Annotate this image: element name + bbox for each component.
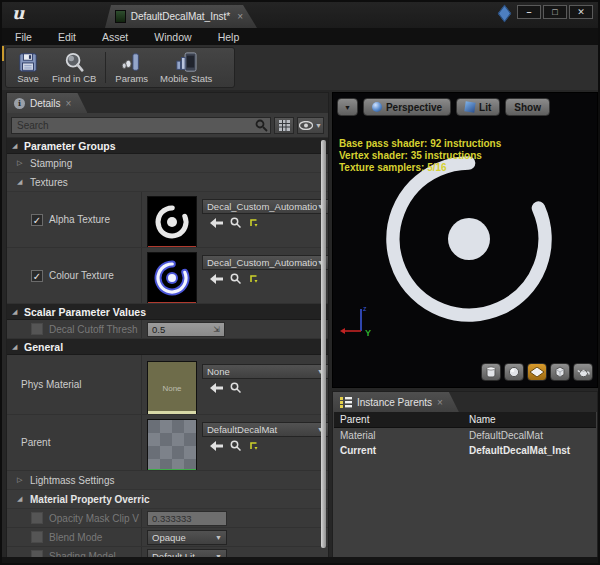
column-parent[interactable]: Parent xyxy=(334,414,469,425)
colour-texture-checkbox[interactable] xyxy=(31,270,43,282)
close-button[interactable]: ✕ xyxy=(569,5,593,19)
show-button[interactable]: Show xyxy=(505,98,550,116)
stat-texture-samplers: Texture samplers: 5/16 xyxy=(339,162,501,174)
instance-parents-tab-close-icon[interactable]: × xyxy=(437,397,443,408)
viewport-options-button[interactable]: ▼ xyxy=(337,98,358,116)
group-stamping[interactable]: ▷ Stamping xyxy=(7,154,328,173)
decal-cutoff-spinbox[interactable]: 0.5 ⇲ xyxy=(147,322,225,337)
find-in-cb-button[interactable]: Find in CB xyxy=(46,50,102,85)
collapsed-arrow-icon: ▷ xyxy=(17,476,25,484)
plane-shape-button[interactable] xyxy=(527,363,547,381)
opacity-mask-label-cell: Opacity Mask Clip V xyxy=(7,509,142,527)
custom-mesh-shape-button[interactable] xyxy=(573,363,593,381)
category-scalar-parameter-values[interactable]: ◢ Scalar Parameter Values xyxy=(7,304,328,320)
cube-icon xyxy=(554,366,566,378)
thumbnail-underline xyxy=(148,469,196,470)
group-material-property-overrides[interactable]: ◢ Material Property Overric xyxy=(7,490,328,509)
params-bars-icon xyxy=(120,52,144,73)
collapsed-arrow-icon: ▷ xyxy=(17,159,25,167)
alpha-texture-combo[interactable]: Decal_Custom_Automation_0001 ▼ xyxy=(202,199,328,214)
group-lightmass-settings[interactable]: ▷ Lightmass Settings xyxy=(7,471,328,490)
colour-texture-thumbnail[interactable] xyxy=(147,252,197,303)
menu-help[interactable]: Help xyxy=(205,31,253,43)
asset-tab-close-icon[interactable]: × xyxy=(237,11,243,22)
stat-vertex-shader: Vertex shader: 35 instructions xyxy=(339,150,501,162)
toolbar-well: Save Find in CB Params xyxy=(5,47,235,88)
colour-texture-value-cell: Decal_Custom_Automation_0000 ▼ xyxy=(142,248,328,303)
phys-material-value-cell: None None ▼ xyxy=(142,355,328,414)
asset-tab[interactable]: DefaultDecalMat_Inst* × xyxy=(105,5,257,28)
cylinder-shape-button[interactable] xyxy=(481,363,501,381)
cube-shape-button[interactable] xyxy=(550,363,570,381)
reset-to-default-icon[interactable] xyxy=(248,441,258,451)
window-controls: – □ ✕ xyxy=(517,5,593,19)
teapot-icon xyxy=(577,367,590,378)
perspective-button[interactable]: Perspective xyxy=(363,98,451,116)
row-opacity-mask: Opacity Mask Clip V 0.333333 xyxy=(7,509,328,528)
search-input[interactable] xyxy=(11,117,271,134)
column-name[interactable]: Name xyxy=(469,414,596,425)
category-general[interactable]: ◢ General xyxy=(7,339,328,355)
category-parameter-groups[interactable]: ◢ Parameter Groups xyxy=(7,138,328,154)
phys-material-thumbnail[interactable]: None xyxy=(147,361,197,414)
use-selected-arrow-icon[interactable] xyxy=(210,441,223,451)
blend-mode-checkbox[interactable] xyxy=(31,531,43,543)
search-icon xyxy=(255,119,268,132)
use-selected-arrow-icon[interactable] xyxy=(210,218,223,228)
menu-asset[interactable]: Asset xyxy=(89,31,141,43)
minimize-button[interactable]: – xyxy=(517,5,541,19)
browse-magnifier-icon[interactable] xyxy=(230,440,241,451)
menu-file[interactable]: File xyxy=(2,31,45,43)
phys-material-combo[interactable]: None ▼ xyxy=(202,364,328,379)
reset-to-default-icon[interactable] xyxy=(248,274,258,284)
mobile-stats-button[interactable]: Mobile Stats xyxy=(154,50,218,85)
blend-mode-combo[interactable]: Opaque ▼ xyxy=(147,530,227,545)
axis-gizmo: z Y xyxy=(339,303,381,343)
toolbar-separator xyxy=(105,52,106,83)
row-parent: Parent DefaultDecalMat ▼ xyxy=(7,415,328,471)
decal-cutoff-checkbox[interactable] xyxy=(31,323,43,335)
stat-base-pass: Base pass shader: 92 instructions xyxy=(339,138,501,150)
alpha-texture-checkbox[interactable] xyxy=(31,214,43,226)
property-matrix-button[interactable] xyxy=(274,117,294,134)
group-textures[interactable]: ◢ Textures xyxy=(7,173,328,192)
texture-underline xyxy=(148,246,196,247)
reset-to-default-icon[interactable] xyxy=(248,218,258,228)
menu-window[interactable]: Window xyxy=(141,31,204,43)
lit-button[interactable]: Lit xyxy=(456,98,500,116)
parent-combo[interactable]: DefaultDecalMat ▼ xyxy=(202,422,328,437)
row-blend-mode: Blend Mode Opaque ▼ xyxy=(7,528,328,547)
tutorial-icon[interactable] xyxy=(498,5,511,23)
details-scrollbar[interactable] xyxy=(321,140,326,548)
use-selected-arrow-icon[interactable] xyxy=(210,383,223,393)
browse-magnifier-icon[interactable] xyxy=(230,217,241,228)
details-tab-close-icon[interactable]: × xyxy=(66,98,72,109)
blend-mode-value-cell: Opaque ▼ xyxy=(142,528,328,546)
browse-magnifier-icon[interactable] xyxy=(230,382,241,393)
instance-parents-tab[interactable]: Instance Parents × xyxy=(333,392,459,412)
use-selected-arrow-icon[interactable] xyxy=(210,274,223,284)
sphere-shape-button[interactable] xyxy=(504,363,524,381)
expand-arrow-icon: ◢ xyxy=(17,495,25,503)
details-tab[interactable]: i Details × xyxy=(7,93,87,113)
info-icon: i xyxy=(14,98,25,109)
preview-viewport[interactable]: ▼ Perspective Lit Show Base pass shader:… xyxy=(332,92,598,388)
menu-edit[interactable]: Edit xyxy=(45,31,89,43)
browse-magnifier-icon[interactable] xyxy=(230,273,241,284)
chevron-down-icon: ▼ xyxy=(315,122,322,129)
opacity-mask-field[interactable]: 0.333333 xyxy=(147,511,227,526)
alpha-texture-thumbnail[interactable] xyxy=(147,196,197,247)
colour-texture-combo[interactable]: Decal_Custom_Automation_0000 ▼ xyxy=(202,255,328,270)
view-options-button[interactable]: ▼ xyxy=(297,117,324,134)
save-button[interactable]: Save xyxy=(10,50,46,85)
parent-label-cell: Parent xyxy=(7,415,142,470)
table-row[interactable]: Material DefaultDecalMat xyxy=(334,428,596,443)
params-button[interactable]: Params xyxy=(109,50,154,85)
opacity-mask-checkbox[interactable] xyxy=(31,512,43,524)
maximize-button[interactable]: □ xyxy=(543,5,567,19)
parent-thumbnail[interactable] xyxy=(147,419,197,470)
unreal-engine-logo-icon: u xyxy=(12,3,24,23)
list-icon xyxy=(340,397,352,408)
table-row[interactable]: Current DefaultDecalMat_Inst xyxy=(334,443,596,458)
details-body: ◢ Parameter Groups ▷ Stamping ◢ Textures… xyxy=(7,138,328,559)
